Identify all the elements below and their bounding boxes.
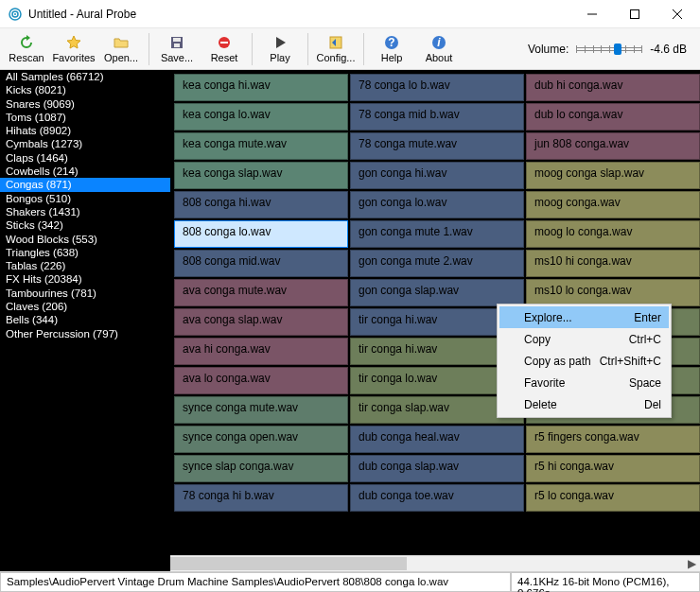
sample-cell[interactable]: kea conga lo.wav xyxy=(174,103,348,131)
status-path: Samples\AudioPervert Vintage Drum Machin… xyxy=(0,572,511,592)
sample-cell[interactable]: jun 808 conga.wav xyxy=(526,132,700,160)
minimize-button[interactable] xyxy=(570,1,613,27)
sample-cell[interactable]: r5 lo conga.wav xyxy=(526,484,700,512)
sample-cell[interactable]: dub lo conga.wav xyxy=(526,103,700,131)
grid-row: kea conga slap.wavgon conga hi.wavmoog c… xyxy=(174,162,700,189)
sample-cell[interactable]: moog conga.wav xyxy=(526,191,700,218)
maximize-button[interactable] xyxy=(613,1,656,27)
sample-cell[interactable]: kea conga slap.wav xyxy=(174,162,348,189)
svg-rect-4 xyxy=(630,9,639,18)
sample-cell[interactable]: dub conga toe.wav xyxy=(350,484,524,512)
rescan-button[interactable]: Rescan xyxy=(4,30,49,68)
sample-cell[interactable]: 78 conga hi b.wav xyxy=(174,484,348,512)
menu-item-label: Copy as path xyxy=(524,355,591,368)
sample-cell[interactable]: moog conga slap.wav xyxy=(526,162,700,189)
sample-cell[interactable]: kea conga mute.wav xyxy=(174,132,348,160)
menu-item[interactable]: Copy as pathCtrl+Shift+C xyxy=(499,350,669,372)
sample-cell[interactable]: gon conga mute 2.wav xyxy=(350,250,524,277)
refresh-icon xyxy=(18,34,35,51)
sample-cell[interactable]: ms10 hi conga.wav xyxy=(526,250,700,277)
sample-cell[interactable]: r5 fingers conga.wav xyxy=(526,426,700,453)
category-item[interactable]: Wood Blocks (553) xyxy=(0,233,170,246)
close-button[interactable] xyxy=(656,1,698,27)
menu-item-label: Delete xyxy=(524,398,557,411)
sample-cell[interactable]: dub conga heal.wav xyxy=(350,426,524,453)
volume-slider[interactable] xyxy=(576,47,642,51)
about-button[interactable]: iAbout xyxy=(416,30,462,68)
menu-item[interactable]: FavoriteSpace xyxy=(499,372,669,393)
category-item[interactable]: Other Percussion (797) xyxy=(0,327,170,340)
category-item[interactable]: All Samples (66712) xyxy=(0,70,170,83)
category-item[interactable]: Sticks (342) xyxy=(0,218,170,232)
config-button[interactable]: Config... xyxy=(313,30,359,68)
open-button[interactable]: Open... xyxy=(98,30,144,68)
sample-cell[interactable]: ms10 lo conga.wav xyxy=(526,279,700,306)
category-item[interactable]: Claves (206) xyxy=(0,300,170,313)
category-item[interactable]: Congas (871) xyxy=(0,178,170,191)
grid-row: synce conga open.wavdub conga heal.wavr5… xyxy=(174,426,700,453)
scroll-right-arrow[interactable]: ▶ xyxy=(684,556,700,571)
help-button[interactable]: ?Help xyxy=(369,30,414,68)
grid-row: synce slap conga.wavdub conga slap.wavr5… xyxy=(174,455,700,482)
menu-item[interactable]: DeleteDel xyxy=(499,393,669,415)
sample-cell[interactable]: gon conga hi.wav xyxy=(350,162,524,189)
toolbar: Rescan Favorites Open... Save... Reset P… xyxy=(0,28,700,70)
menu-item[interactable]: Explore...Enter xyxy=(499,306,669,328)
star-icon xyxy=(65,34,82,51)
category-item[interactable]: Snares (9069) xyxy=(0,97,170,111)
category-item[interactable]: Tambourines (781) xyxy=(0,287,170,300)
category-item[interactable]: Shakers (1431) xyxy=(0,205,170,218)
sample-cell[interactable]: moog lo conga.wav xyxy=(526,220,700,248)
sample-cell[interactable]: ava conga mute.wav xyxy=(174,279,348,306)
category-item[interactable]: Hihats (8902) xyxy=(0,124,170,137)
favorites-button[interactable]: Favorites xyxy=(51,30,96,68)
menu-item-label: Copy xyxy=(524,333,551,346)
play-button[interactable]: Play xyxy=(257,30,303,68)
sample-cell[interactable]: 808 conga lo.wav xyxy=(174,220,348,248)
sample-cell[interactable]: 78 conga lo b.wav xyxy=(350,74,524,101)
category-item[interactable]: Tablas (226) xyxy=(0,259,170,272)
sample-cell[interactable]: dub conga slap.wav xyxy=(350,455,524,482)
status-info: 44.1KHz 16-bit Mono (PCM16), 0.676s xyxy=(511,572,700,592)
category-item[interactable]: Claps (1464) xyxy=(0,151,170,165)
category-item[interactable]: Cymbals (1273) xyxy=(0,137,170,150)
sample-cell[interactable]: dub hi conga.wav xyxy=(526,74,700,101)
svg-rect-8 xyxy=(173,38,181,42)
sample-cell[interactable]: synce conga open.wav xyxy=(174,426,348,453)
sample-cell[interactable]: ava hi conga.wav xyxy=(174,338,348,365)
reset-button[interactable]: Reset xyxy=(201,30,247,68)
menu-item[interactable]: CopyCtrl+C xyxy=(499,328,669,350)
sample-cell[interactable]: synce slap conga.wav xyxy=(174,455,348,482)
category-item[interactable]: Triangles (638) xyxy=(0,246,170,259)
separator xyxy=(363,33,364,65)
sample-cell[interactable]: 78 conga mute.wav xyxy=(350,132,524,160)
category-item[interactable]: Cowbells (214) xyxy=(0,165,170,178)
sample-cell[interactable]: gon conga slap.wav xyxy=(350,279,524,306)
category-item[interactable]: Toms (1087) xyxy=(0,111,170,124)
sample-cell[interactable]: ava lo conga.wav xyxy=(174,367,348,394)
svg-point-2 xyxy=(14,13,16,15)
grid-row: kea conga mute.wav78 conga mute.wavjun 8… xyxy=(174,132,700,160)
sample-grid: kea conga hi.wav78 conga lo b.wavdub hi … xyxy=(170,70,700,555)
category-item[interactable]: Kicks (8021) xyxy=(0,83,170,96)
config-icon xyxy=(327,34,344,51)
horizontal-scrollbar[interactable]: ▶ xyxy=(170,555,700,571)
menu-item-shortcut: Ctrl+C xyxy=(629,333,661,346)
menu-item-label: Favorite xyxy=(524,376,565,390)
category-item[interactable]: FX Hits (20384) xyxy=(0,272,170,286)
category-item[interactable]: Bells (344) xyxy=(0,313,170,326)
sample-cell[interactable]: 808 conga hi.wav xyxy=(174,191,348,218)
sample-cell[interactable]: synce conga mute.wav xyxy=(174,396,348,424)
category-item[interactable]: Bongos (510) xyxy=(0,192,170,205)
sample-cell[interactable]: ava conga slap.wav xyxy=(174,308,348,336)
grid-row: 808 conga hi.wavgon conga lo.wavmoog con… xyxy=(174,191,700,218)
sample-cell[interactable]: 78 conga mid b.wav xyxy=(350,103,524,131)
sample-cell[interactable]: gon conga mute 1.wav xyxy=(350,220,524,248)
sample-cell[interactable]: gon conga lo.wav xyxy=(350,191,524,218)
scrollbar-thumb[interactable] xyxy=(170,557,407,570)
sample-cell[interactable]: r5 hi conga.wav xyxy=(526,455,700,482)
sample-cell[interactable]: 808 conga mid.wav xyxy=(174,250,348,277)
play-icon xyxy=(271,34,289,51)
save-button[interactable]: Save... xyxy=(154,30,200,68)
sample-cell[interactable]: kea conga hi.wav xyxy=(174,74,348,101)
